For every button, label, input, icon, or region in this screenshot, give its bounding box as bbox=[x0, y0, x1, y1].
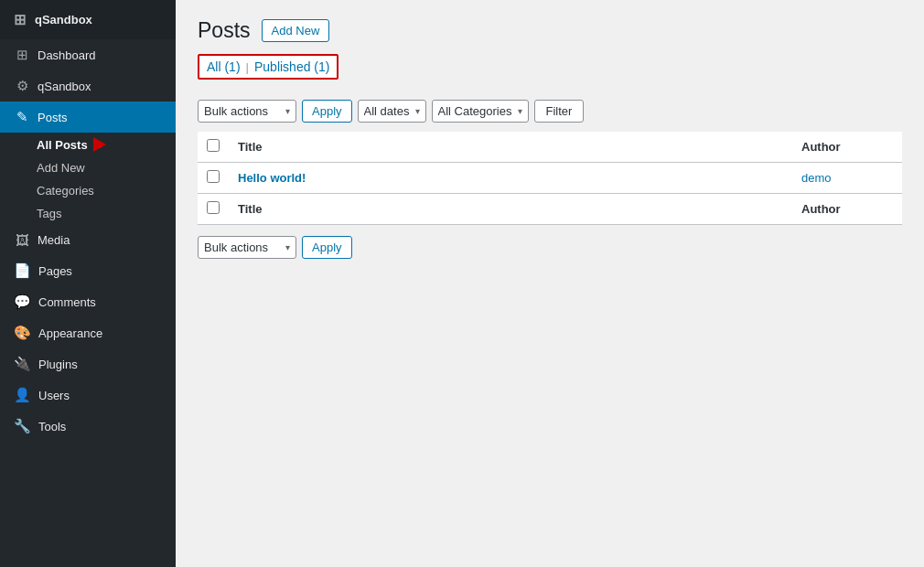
site-logo[interactable]: ⊞ qSandbox bbox=[0, 0, 176, 39]
sidebar-item-dashboard[interactable]: ⊞ Dashboard bbox=[0, 39, 176, 70]
table-header-row: Title Author bbox=[198, 132, 902, 163]
tools-icon: 🔧 bbox=[14, 418, 31, 434]
filter-button[interactable]: Filter bbox=[534, 100, 585, 123]
sidebar-item-label: Tools bbox=[38, 420, 66, 433]
sidebar-item-label: Media bbox=[38, 233, 70, 247]
sidebar-item-plugins[interactable]: 🔌 Plugins bbox=[0, 348, 176, 380]
apply-button-bottom[interactable]: Apply bbox=[302, 236, 352, 259]
tags-label: Tags bbox=[37, 207, 61, 220]
select-all-header bbox=[198, 132, 229, 163]
dates-select[interactable]: All dates bbox=[364, 104, 410, 118]
sidebar-item-label: qSandbox bbox=[38, 80, 91, 93]
top-toolbar: Bulk actions Edit Move to Trash ▾ Apply … bbox=[198, 94, 902, 128]
sidebar-item-label: Dashboard bbox=[38, 48, 96, 62]
author-col-footer: Author bbox=[792, 194, 902, 225]
categories-select-wrap[interactable]: All Categories ▾ bbox=[432, 100, 529, 123]
appearance-icon: 🎨 bbox=[14, 325, 31, 341]
chevron-down-icon: ▾ bbox=[415, 106, 420, 116]
add-new-sub-label: Add New bbox=[37, 161, 85, 175]
sidebar-item-label: Users bbox=[38, 389, 70, 402]
pages-icon: 📄 bbox=[14, 262, 31, 279]
select-all-footer-checkbox[interactable] bbox=[207, 201, 220, 214]
qsandbox-icon: ⚙ bbox=[14, 78, 30, 94]
dashboard-nav-icon: ⊞ bbox=[14, 47, 30, 63]
chevron-down-icon: ▾ bbox=[518, 106, 522, 116]
chevron-down-icon: ▾ bbox=[285, 106, 290, 116]
title-column-header: Title bbox=[229, 132, 792, 163]
bottom-toolbar: Bulk actions Edit Move to Trash ▾ Apply bbox=[198, 230, 902, 264]
author-column-header: Author bbox=[792, 132, 902, 163]
sidebar-item-label: Pages bbox=[38, 264, 72, 278]
sidebar-item-comments[interactable]: 💬 Comments bbox=[0, 286, 176, 317]
published-tab-label: Published bbox=[254, 59, 311, 74]
select-all-checkbox[interactable] bbox=[207, 139, 220, 152]
title-col-footer: Title bbox=[229, 194, 792, 225]
page-title: Posts bbox=[198, 18, 251, 43]
select-all-footer bbox=[198, 194, 229, 225]
sidebar-item-pages[interactable]: 📄 Pages bbox=[0, 255, 176, 286]
add-new-button[interactable]: Add New bbox=[262, 19, 330, 42]
filter-separator: | bbox=[246, 60, 249, 74]
dates-select-wrap[interactable]: All dates ▾ bbox=[358, 100, 426, 123]
comments-icon: 💬 bbox=[14, 294, 31, 310]
row-checkbox[interactable] bbox=[207, 170, 220, 183]
page-header: Posts Add New bbox=[198, 18, 902, 43]
sidebar: ⊞ qSandbox ⊞ Dashboard ⚙ qSandbox ✎ Post… bbox=[0, 0, 176, 567]
all-tab-label: All bbox=[207, 59, 221, 74]
filter-tabs: All (1) | Published (1) bbox=[198, 54, 338, 80]
sidebar-item-appearance[interactable]: 🎨 Appearance bbox=[0, 317, 176, 348]
table-row: Hello world! demo bbox=[198, 163, 902, 194]
sidebar-item-label: Appearance bbox=[38, 326, 102, 340]
posts-icon: ✎ bbox=[14, 109, 30, 125]
table-footer-row: Title Author bbox=[198, 194, 902, 225]
sidebar-item-label: Plugins bbox=[38, 358, 78, 371]
filter-tab-published[interactable]: Published (1) bbox=[254, 59, 330, 74]
published-tab-count: (1) bbox=[314, 59, 329, 74]
sidebar-sub-categories[interactable]: Categories bbox=[0, 179, 176, 202]
row-checkbox-cell bbox=[198, 163, 229, 194]
sidebar-sub-all-posts[interactable]: All Posts bbox=[0, 133, 176, 156]
bulk-actions-select[interactable]: Bulk actions Edit Move to Trash bbox=[204, 104, 280, 118]
all-posts-label: All Posts bbox=[37, 138, 88, 152]
filter-tab-all[interactable]: All (1) bbox=[207, 59, 241, 74]
post-title-link[interactable]: Hello world! bbox=[238, 171, 306, 185]
sidebar-item-label: Comments bbox=[38, 295, 96, 309]
bulk-actions-select-bottom[interactable]: Bulk actions Edit Move to Trash bbox=[204, 241, 280, 254]
posts-table: Title Author Hello world! demo bbox=[198, 132, 902, 225]
sidebar-item-qsandbox[interactable]: ⚙ qSandbox bbox=[0, 70, 176, 102]
sidebar-item-label: Posts bbox=[38, 111, 68, 124]
users-icon: 👤 bbox=[14, 387, 31, 403]
apply-button-top[interactable]: Apply bbox=[302, 100, 352, 123]
chevron-down-icon: ▾ bbox=[285, 242, 290, 252]
plugins-icon: 🔌 bbox=[14, 356, 31, 372]
sidebar-sub-tags[interactable]: Tags bbox=[0, 202, 176, 225]
post-author-link[interactable]: demo bbox=[801, 171, 832, 185]
all-tab-count: (1) bbox=[224, 59, 240, 74]
categories-label: Categories bbox=[37, 184, 94, 198]
bulk-actions-select-bottom-wrap[interactable]: Bulk actions Edit Move to Trash ▾ bbox=[198, 236, 296, 259]
post-author-cell: demo bbox=[792, 163, 902, 194]
sidebar-item-users[interactable]: 👤 Users bbox=[0, 380, 176, 411]
site-name: qSandbox bbox=[35, 13, 92, 27]
main-content: Posts Add New All (1) | Published (1) Bu… bbox=[176, 0, 924, 567]
categories-select[interactable]: All Categories bbox=[438, 104, 512, 118]
sidebar-item-tools[interactable]: 🔧 Tools bbox=[0, 411, 176, 442]
sidebar-item-media[interactable]: 🖼 Media bbox=[0, 225, 176, 255]
sidebar-sub-add-new[interactable]: Add New bbox=[0, 156, 176, 179]
bulk-actions-select-wrap[interactable]: Bulk actions Edit Move to Trash ▾ bbox=[198, 100, 296, 123]
arrow-icon bbox=[93, 137, 106, 152]
media-icon: 🖼 bbox=[14, 232, 30, 248]
dashboard-icon: ⊞ bbox=[14, 11, 26, 28]
sidebar-item-posts[interactable]: ✎ Posts bbox=[0, 102, 176, 133]
post-title-cell: Hello world! bbox=[229, 163, 792, 194]
